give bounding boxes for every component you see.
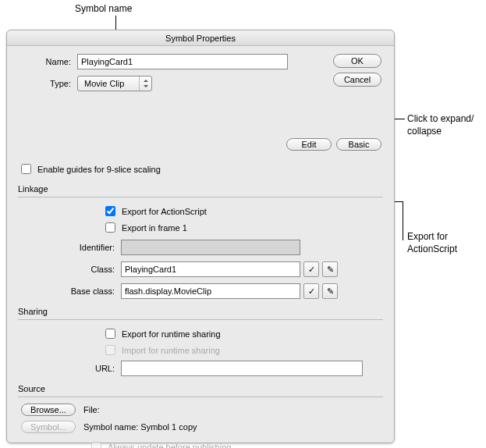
dialog-content: Name: Type: Movie Clip OK Cancel Edit Ba… xyxy=(7,46,394,448)
nine-slice-row: Enable guides for 9-slice scaling xyxy=(18,162,383,176)
url-label: URL: xyxy=(40,364,121,373)
nine-slice-label: Enable guides for 9-slice scaling xyxy=(37,165,161,174)
import-runtime-label: Import for runtime sharing xyxy=(122,346,220,355)
import-runtime-checkbox xyxy=(105,345,115,355)
always-update-label: Always update before publishing xyxy=(108,443,231,449)
edit-basic-group: Edit Basic xyxy=(286,138,381,151)
export-actionscript-label: Export for ActionScript xyxy=(122,207,207,216)
baseclass-edit-button[interactable]: ✎ xyxy=(322,283,338,299)
class-label: Class: xyxy=(40,265,121,274)
dialog-titlebar: Symbol Properties xyxy=(7,30,394,46)
type-select-value: Movie Clip xyxy=(78,76,139,91)
url-input[interactable] xyxy=(121,361,363,376)
pencil-icon: ✎ xyxy=(327,265,334,275)
callout-expand-collapse: Click to expand/ collapse xyxy=(407,113,474,137)
class-edit-button[interactable]: ✎ xyxy=(322,261,338,277)
pencil-icon: ✎ xyxy=(327,286,334,297)
browse-row: Browse... File: xyxy=(21,404,383,416)
ok-button[interactable]: OK xyxy=(333,54,381,68)
basic-button[interactable]: Basic xyxy=(336,138,381,151)
identifier-label: Identifier: xyxy=(40,243,121,252)
baseclass-row: Base class: ✓ ✎ xyxy=(40,283,383,299)
class-input[interactable] xyxy=(121,261,300,277)
source-title: Source xyxy=(18,384,383,393)
export-actionscript-checkbox[interactable] xyxy=(105,206,115,216)
callout-line-expand xyxy=(394,119,405,119)
symbol-button: Symbol... xyxy=(21,421,76,433)
import-runtime-row: Import for runtime sharing xyxy=(102,343,383,357)
export-frame1-row: Export in frame 1 xyxy=(102,220,383,235)
export-runtime-label: Export for runtime sharing xyxy=(122,329,221,339)
callout-line-export-v xyxy=(403,201,403,240)
type-label: Type: xyxy=(18,79,77,88)
symbol-row: Symbol... Symbol name: Symbol 1 copy xyxy=(21,421,383,433)
cancel-button[interactable]: Cancel xyxy=(333,73,381,87)
export-frame1-checkbox[interactable] xyxy=(105,222,115,233)
nine-slice-checkbox[interactable] xyxy=(21,164,31,174)
always-update-checkbox xyxy=(91,442,101,448)
source-group: Browse... File: Symbol... Symbol name: S… xyxy=(18,404,383,448)
file-label: File: xyxy=(83,405,113,414)
check-icon: ✓ xyxy=(308,286,315,297)
callout-symbol-name: Symbol name xyxy=(75,3,132,16)
name-label: Name: xyxy=(18,57,77,66)
symbol-properties-dialog: Symbol Properties Name: Type: Movie Clip… xyxy=(6,30,395,443)
baseclass-validate-button[interactable]: ✓ xyxy=(303,283,319,299)
export-runtime-row: Export for runtime sharing xyxy=(102,326,383,341)
name-input[interactable] xyxy=(77,54,288,69)
ok-cancel-group: OK Cancel xyxy=(333,54,381,87)
baseclass-label: Base class: xyxy=(40,286,121,296)
divider xyxy=(18,319,383,320)
edit-button[interactable]: Edit xyxy=(286,138,332,151)
sharing-title: Sharing xyxy=(18,307,383,316)
check-icon: ✓ xyxy=(308,265,315,275)
export-runtime-checkbox[interactable] xyxy=(105,329,115,339)
divider xyxy=(18,197,383,197)
type-row: Type: Movie Clip xyxy=(18,76,383,91)
type-select[interactable]: Movie Clip xyxy=(77,76,152,91)
symbol-name-label: Symbol name: Symbol 1 copy xyxy=(83,422,197,432)
always-update-row: Always update before publishing xyxy=(21,439,383,448)
identifier-row: Identifier: xyxy=(40,240,383,255)
baseclass-input[interactable] xyxy=(121,283,300,299)
export-frame1-label: Export in frame 1 xyxy=(122,223,187,233)
divider xyxy=(18,396,383,397)
callout-export-actionscript: Export for ActionScript xyxy=(407,231,457,255)
export-actionscript-row: Export for ActionScript xyxy=(102,204,383,219)
identifier-input xyxy=(121,240,300,255)
sharing-group: Export for runtime sharing Import for ru… xyxy=(18,326,383,376)
name-row: Name: xyxy=(18,54,383,69)
class-validate-button[interactable]: ✓ xyxy=(303,261,319,277)
linkage-title: Linkage xyxy=(18,184,383,194)
url-row: URL: xyxy=(40,361,383,376)
browse-button[interactable]: Browse... xyxy=(21,404,76,416)
linkage-group: Export for ActionScript Export in frame … xyxy=(18,204,383,299)
chevron-updown-icon xyxy=(139,76,151,91)
class-row: Class: ✓ ✎ xyxy=(40,261,383,277)
